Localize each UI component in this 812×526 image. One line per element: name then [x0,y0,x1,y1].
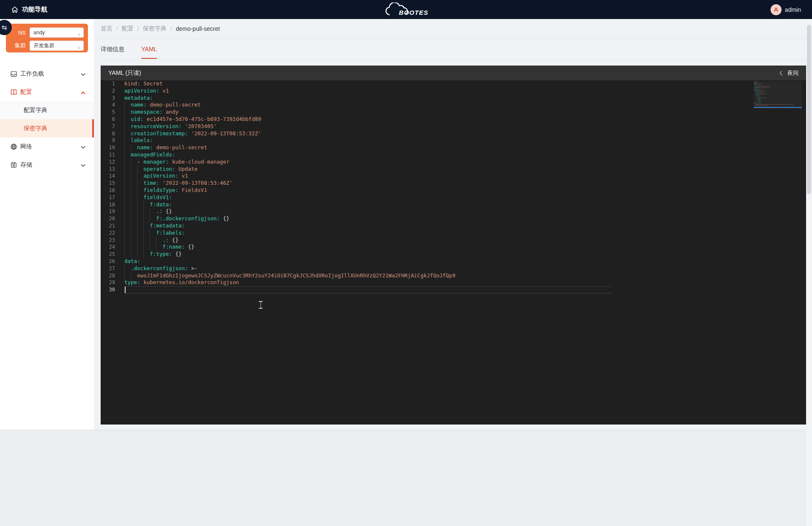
line-number: 6 [101,116,115,123]
code-line: .: {} [124,208,455,215]
line-number: 2 [101,88,115,95]
code-line: fieldsV1: [124,194,455,201]
code-line: f:type: {} [124,251,455,258]
breadcrumb-item[interactable]: 首页 [101,25,112,33]
line-number: 20 [101,215,115,222]
code-line: f:metadata: [124,222,455,230]
line-number-gutter: 1234567891011121314151617181920212223242… [101,80,120,293]
divider [94,38,806,39]
bootes-logo: BOOTES [384,3,428,17]
indent-guide [124,222,131,230]
breadcrumb-separator: / [116,25,118,32]
sidebar-item-1[interactable]: 配置 [0,83,94,101]
code-line: labels: [124,137,455,144]
tab-bar: 详细信息YAML [101,45,806,60]
code-line: f:labels: [124,230,455,237]
sidebar-item-0[interactable]: 工作负载 [0,65,94,83]
breadcrumb-item: demo-pull-secret [176,25,220,32]
code-line: .dockerconfigjson: >- [124,265,455,272]
code-line: time: '2022-09-13T08:53:46Z' [124,180,455,187]
code-content[interactable]: kind: SecretapiVersion: v1metadata: name… [124,80,455,293]
indent-guide [143,222,150,230]
page-scrollbar[interactable] [806,19,812,526]
indent-guide [143,230,150,237]
night-mode-toggle[interactable]: ☾ 夜间 [779,69,798,77]
chevron-down-icon: ∨ [77,30,81,39]
line-number: 3 [101,95,115,102]
code-line: apiVersion: v1 [124,88,455,95]
mouse-ibeam-cursor [258,301,263,309]
indent-guide [131,208,137,215]
function-nav-button[interactable]: 功能导航 [0,5,47,14]
scrollbar-thumb[interactable] [807,25,811,194]
breadcrumb-item[interactable]: 保密字典 [143,25,167,33]
cluster-select[interactable]: 开发集群 ∨ [30,41,84,51]
code-line: type: kubernetes.io/dockerconfigjson [124,279,455,286]
indent-guide [143,237,150,244]
indent-guide [124,123,131,130]
moon-icon: ☾ [779,69,786,77]
swap-arrows-icon: ⇆ [2,24,7,31]
indent-guide [156,244,162,251]
avatar: A [771,4,782,15]
indent-guide [124,116,131,123]
indent-guide [137,215,143,222]
indent-guide [143,251,150,258]
breadcrumb-item[interactable]: 配置 [122,25,134,33]
indent-guide [124,201,131,208]
code-line: resourceVersion: '20703405' [124,123,455,130]
line-number: 1 [101,80,115,88]
sidebar-item-3[interactable]: 存储 [0,156,94,174]
code-line: f:.dockerconfigjson: {} [124,215,455,222]
indent-guide [131,159,137,166]
minimap-viewport [754,81,802,109]
indent-guide [131,222,137,230]
user-menu[interactable]: A admin [771,0,801,19]
line-number: 26 [101,258,115,265]
line-number: 17 [101,194,115,201]
text-caret [125,287,126,293]
indent-guide [143,215,150,222]
breadcrumb: 首页/配置/保密字典/demo-pull-secret [101,25,220,33]
indent-guide [143,244,150,251]
indent-guide [137,237,143,244]
indent-guide [124,109,131,116]
line-number: 14 [101,173,115,180]
user-name: admin [785,6,801,13]
indent-guide [124,272,131,279]
minimap[interactable]: kind: SecretapiVersion: v1metadata: name… [754,81,802,109]
namespace-select[interactable]: andy ∨ [30,27,84,38]
tab-详细信息[interactable]: 详细信息 [101,46,124,59]
indent-guide [137,208,143,215]
indent-guide [150,215,156,222]
indent-guide [131,166,137,173]
indent-guide [124,130,131,137]
indent-guide [124,173,131,180]
indent-guide [124,215,131,222]
sidebar-item-2[interactable]: 网络 [0,137,94,156]
indent-guide [137,251,143,258]
breadcrumb-separator: / [137,25,139,32]
indent-guide [124,101,131,109]
indent-guide [150,230,156,237]
code-line: f:name: {} [124,244,455,251]
sidebar-subitem[interactable]: 保密字典 [0,119,94,137]
line-number: 30 [101,286,115,293]
indent-guide [131,187,137,194]
code-line: metadata: [124,95,455,102]
sidebar-subitem[interactable]: 配置字典 [0,101,94,119]
line-number: 7 [101,123,115,130]
editor-title: YAML (只读) [108,69,141,77]
editor-header: YAML (只读) ☾ 夜间 [101,66,806,80]
indent-guide [150,237,156,244]
config-icon [10,88,17,96]
indent-guide [124,251,131,258]
indent-guide [150,208,156,215]
indent-guide [124,244,131,251]
indent-guide [143,208,150,215]
code-line: managedFields: [124,151,455,159]
line-number: 19 [101,208,115,215]
code-line: .: {} [124,237,455,244]
tab-YAML[interactable]: YAML [141,46,157,59]
line-number: 22 [101,230,115,237]
